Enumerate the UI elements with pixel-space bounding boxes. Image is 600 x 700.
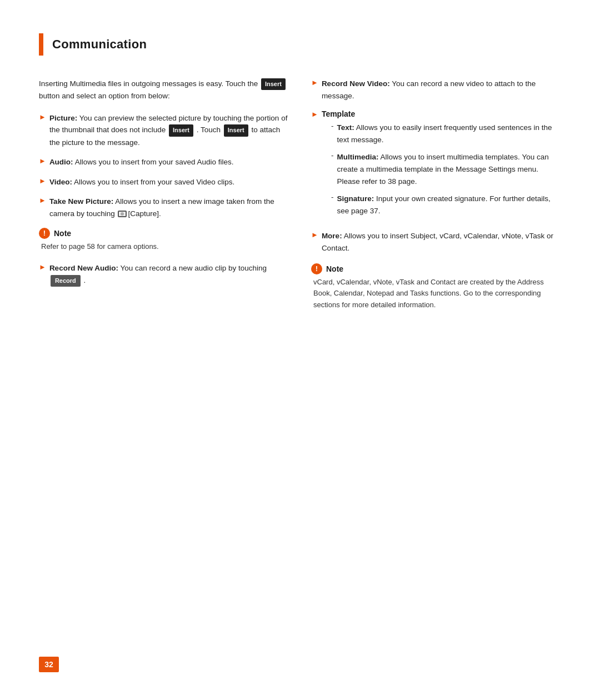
orange-bar-accent [39, 33, 43, 56]
sub-dash-text: - [331, 122, 334, 130]
sub-content-signature: Signature: Input your own created signat… [337, 193, 562, 217]
note-header-right: ! Note [311, 263, 561, 274]
bullet-audio-text: Audio: Allows you to insert from your sa… [49, 156, 234, 168]
bullet-take-picture-text: Take New Picture: Allows you to insert a… [49, 196, 289, 219]
bullet-record-audio: ► Record New Audio: You can record a new… [39, 262, 289, 287]
text-term: Text: [337, 123, 354, 132]
intro-paragraph: Inserting Multimedia files in outgoing m… [39, 78, 289, 102]
section-header: Communication [39, 33, 561, 56]
signature-term: Signature: [337, 194, 374, 203]
record-button-inline: Record [51, 275, 81, 287]
bullet-arrow-icon: ► [39, 113, 46, 121]
bullet-picture-text: Picture: You can preview the selected pi… [49, 112, 289, 148]
sub-bullet-multimedia-row: - Multimedia: Allows you to insert multi… [331, 151, 561, 187]
sub-bullet-signature-row: - Signature: Input your own created sign… [331, 193, 561, 217]
note-box-camera: ! Note Refer to page 58 for camera optio… [39, 228, 289, 253]
section-title: Communication [52, 37, 147, 52]
more-term: More: [322, 232, 342, 240]
page-container: Communication Inserting Multimedia files… [0, 0, 600, 700]
bullet-record-video: ► Record New Video: You can record a new… [311, 78, 561, 102]
bullet-arrow-audio-icon: ► [39, 157, 46, 165]
note-body-camera: Refer to page 58 for camera options. [39, 241, 289, 253]
note-icon-right: ! [311, 263, 322, 274]
record-video-term: Record New Video: [322, 79, 390, 88]
insert-button-inline: Insert [261, 78, 286, 91]
bullet-record-video-text: Record New Video: You can record a new v… [322, 78, 561, 102]
sub-bullet-signature: - Signature: Input your own created sign… [327, 193, 561, 217]
note-body-right: vCard, vCalendar, vNote, vTask and Conta… [311, 277, 561, 311]
record-audio-term: Record New Audio: [49, 264, 118, 272]
take-new-picture-term: Take New Picture: [49, 197, 113, 206]
right-column: ► Record New Video: You can record a new… [311, 78, 561, 321]
note-icon-camera: ! [39, 228, 50, 239]
note-header-camera: ! Note [39, 228, 289, 239]
note-title-right: Note [326, 264, 343, 273]
page-number: 32 [39, 657, 59, 672]
bullet-arrow-record-video-icon: ► [311, 78, 318, 87]
video-term: Video: [49, 178, 72, 186]
multimedia-term: Multimedia: [337, 153, 379, 161]
bullet-arrow-template-icon: ► [311, 110, 318, 118]
template-heading-row: ► Template [311, 109, 355, 118]
sub-bullet-text: - Text: Allows you to easily insert freq… [327, 122, 561, 146]
bullet-arrow-take-picture-icon: ► [39, 196, 46, 204]
note-box-right: ! Note vCard, vCalendar, vNote, vTask an… [311, 263, 561, 311]
template-sub-items: - Text: Allows you to easily insert freq… [311, 122, 561, 222]
audio-term: Audio: [49, 158, 73, 166]
note-title-camera: Note [54, 229, 71, 238]
insert-btn-picture2: Insert [224, 124, 248, 137]
bullet-arrow-video-icon: ► [39, 177, 46, 185]
sub-bullet-text-row: - Text: Allows you to easily insert freq… [331, 122, 561, 146]
bullet-arrow-record-audio-icon: ► [39, 263, 46, 271]
sub-bullet-multimedia: - Multimedia: Allows you to insert multi… [327, 151, 561, 187]
capture-icon [118, 211, 127, 217]
bullet-take-new-picture: ► Take New Picture: Allows you to insert… [39, 196, 289, 219]
bullet-template: ► Template - Text: Allows you to easily … [311, 109, 561, 222]
template-heading: Template [322, 109, 355, 118]
bullet-record-audio-text: Record New Audio: You can record a new a… [49, 262, 289, 287]
bullet-video-text: Video: Allows you to insert from your sa… [49, 176, 234, 188]
bullet-video: ► Video: Allows you to insert from your … [39, 176, 289, 188]
bullet-more-text: More: Allows you to insert Subject, vCar… [322, 230, 561, 254]
bullet-arrow-more-icon: ► [311, 231, 318, 239]
bullet-more: ► More: Allows you to insert Subject, vC… [311, 230, 561, 254]
sub-dash-multimedia: - [331, 151, 334, 159]
two-column-layout: Inserting Multimedia files in outgoing m… [39, 78, 561, 321]
sub-content-multimedia: Multimedia: Allows you to insert multime… [337, 151, 562, 187]
picture-term: Picture: [49, 114, 77, 122]
bullet-audio: ► Audio: Allows you to insert from your … [39, 156, 289, 168]
insert-btn-picture1: Insert [169, 124, 193, 137]
bullet-picture: ► Picture: You can preview the selected … [39, 112, 289, 148]
sub-content-text: Text: Allows you to easily insert freque… [337, 122, 562, 146]
sub-dash-signature: - [331, 193, 334, 201]
left-column: Inserting Multimedia files in outgoing m… [39, 78, 289, 321]
